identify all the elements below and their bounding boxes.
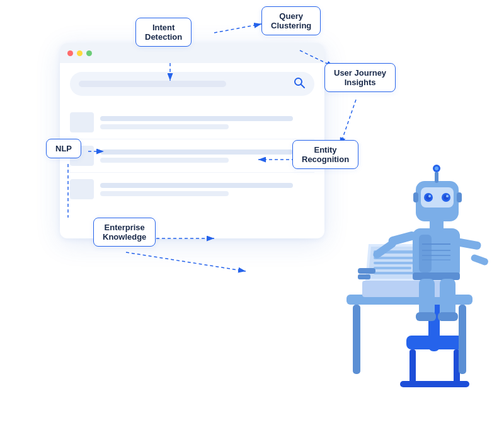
svg-rect-33 bbox=[358, 268, 375, 274]
browser-dot-green bbox=[86, 50, 92, 56]
svg-point-48 bbox=[435, 167, 438, 170]
content-row-2 bbox=[70, 139, 314, 173]
svg-rect-49 bbox=[413, 192, 418, 202]
browser-dot-yellow bbox=[77, 50, 83, 56]
label-intent-detection: Intent Detection bbox=[135, 18, 192, 47]
svg-rect-30 bbox=[413, 272, 460, 280]
text-line-short-3 bbox=[100, 191, 229, 196]
text-line-long bbox=[100, 116, 293, 121]
svg-rect-26 bbox=[374, 267, 411, 269]
svg-rect-56 bbox=[440, 279, 455, 317]
svg-point-42 bbox=[428, 195, 431, 197]
text-line-long-3 bbox=[100, 183, 293, 188]
svg-rect-29 bbox=[419, 235, 432, 272]
svg-rect-18 bbox=[353, 305, 360, 374]
label-enterprise-knowledge: EnterpriseKnowledge bbox=[93, 218, 156, 247]
svg-rect-13 bbox=[406, 336, 463, 349]
content-thumb-3 bbox=[70, 179, 94, 199]
svg-rect-19 bbox=[459, 305, 466, 374]
content-text-3 bbox=[100, 183, 314, 196]
content-list bbox=[70, 106, 314, 206]
svg-point-45 bbox=[446, 195, 449, 197]
search-bar[interactable] bbox=[70, 72, 314, 96]
svg-rect-55 bbox=[419, 279, 435, 317]
content-text-2 bbox=[100, 149, 314, 163]
content-row-1 bbox=[70, 106, 314, 139]
svg-rect-36 bbox=[470, 254, 489, 266]
text-line-short-2 bbox=[100, 158, 229, 163]
content-row-3 bbox=[70, 173, 314, 206]
svg-rect-34 bbox=[358, 274, 370, 279]
search-line bbox=[79, 81, 226, 87]
label-nlp: NLP bbox=[46, 139, 81, 158]
label-query-clustering: Query Clustering bbox=[261, 6, 321, 35]
svg-rect-50 bbox=[457, 192, 462, 202]
search-icon bbox=[293, 76, 306, 91]
svg-line-9 bbox=[126, 252, 246, 271]
svg-line-1 bbox=[214, 24, 261, 33]
svg-rect-58 bbox=[438, 312, 458, 321]
svg-rect-16 bbox=[400, 381, 469, 387]
browser-window bbox=[60, 43, 324, 238]
svg-rect-46 bbox=[435, 172, 438, 183]
label-user-journey: User JourneyInsights bbox=[324, 63, 396, 92]
browser-dot-red bbox=[67, 50, 73, 56]
text-line-long-2 bbox=[100, 149, 293, 155]
main-scene: Intent Detection Query Clustering User J… bbox=[0, 0, 504, 427]
content-text bbox=[100, 116, 314, 129]
browser-body bbox=[60, 63, 324, 214]
svg-rect-14 bbox=[410, 349, 416, 384]
text-line-short bbox=[100, 124, 229, 129]
svg-rect-57 bbox=[416, 312, 436, 321]
content-thumb bbox=[70, 112, 94, 132]
browser-top-bar bbox=[60, 43, 324, 63]
label-entity-recognition: Entity Recognition bbox=[292, 140, 358, 169]
svg-line-11 bbox=[301, 85, 304, 88]
